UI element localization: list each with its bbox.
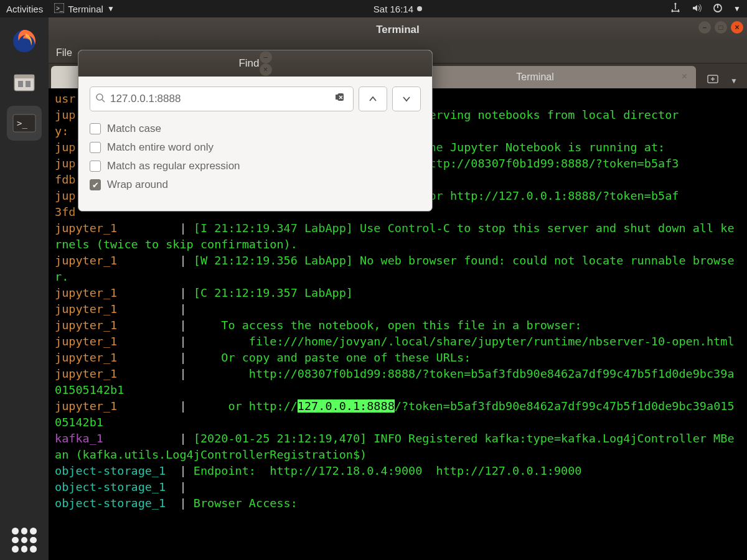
activities-button[interactable]: Activities [6,4,43,14]
dock-app-firefox[interactable] [7,24,42,58]
svg-point-2 [675,2,677,4]
new-tab-icon[interactable] [707,73,719,88]
power-icon[interactable] [712,2,723,16]
svg-rect-10 [18,81,23,87]
svg-text:>_: >_ [56,5,63,12]
close-button[interactable]: × [731,21,743,34]
find-dialog: Find – × Match ca [78,50,433,212]
option-whole-word[interactable]: Match entire word only [90,141,421,154]
checkbox-icon[interactable] [90,161,101,172]
checkbox-icon[interactable]: ✔ [90,179,101,190]
svg-point-3 [672,10,674,12]
svg-rect-11 [26,81,31,87]
app-menu-label: Terminal [68,4,103,14]
checkbox-icon[interactable] [90,142,101,153]
minimize-button[interactable]: – [698,21,711,34]
svg-point-17 [96,94,103,100]
option-match-case[interactable]: Match case [90,123,421,135]
find-minimize-button[interactable]: – [260,51,272,63]
option-regex[interactable]: Match as regular expression [90,160,421,172]
menu-file[interactable]: File [56,47,72,58]
tab-label: Terminal [516,72,553,83]
maximize-button[interactable]: □ [715,21,727,34]
chevron-down-icon[interactable]: ▼ [733,4,741,13]
option-wrap-around[interactable]: ✔ Wrap around [90,179,421,191]
find-prev-button[interactable] [359,86,387,111]
terminal-icon: >_ [54,3,64,15]
search-icon [95,93,106,105]
show-applications-button[interactable] [12,528,37,553]
svg-text:>_: >_ [17,118,27,129]
svg-line-18 [102,100,105,102]
clock-label: Sat 16:14 [374,4,413,14]
dock-app-terminal[interactable]: >_ [7,106,42,141]
clear-icon[interactable] [334,92,348,106]
notification-dot-icon [417,6,422,11]
chevron-down-icon[interactable]: ▼ [730,77,738,85]
network-icon[interactable] [670,2,681,16]
find-close-button[interactable]: × [260,63,272,76]
find-titlebar[interactable]: Find – × [78,50,432,77]
app-menu[interactable]: >_ Terminal ▼ [54,3,115,15]
checkbox-icon[interactable] [90,123,101,134]
clock[interactable]: Sat 16:14 [374,4,422,14]
window-titlebar[interactable]: Terminal – □ × [49,17,747,42]
volume-icon[interactable] [691,2,702,16]
find-title: Find [238,57,259,70]
svg-point-4 [678,10,680,12]
window-title: Terminal [376,24,420,36]
dock-app-files[interactable] [7,65,42,100]
find-input[interactable] [110,93,334,105]
dock: >_ [0,17,49,560]
find-search-box[interactable] [90,86,354,111]
svg-rect-9 [14,75,34,78]
top-panel: Activities >_ Terminal ▼ Sat 16:14 ▼ [0,0,747,17]
chevron-down-icon: ▼ [107,4,115,13]
find-next-button[interactable] [392,86,421,111]
close-tab-icon[interactable]: × [682,71,687,82]
